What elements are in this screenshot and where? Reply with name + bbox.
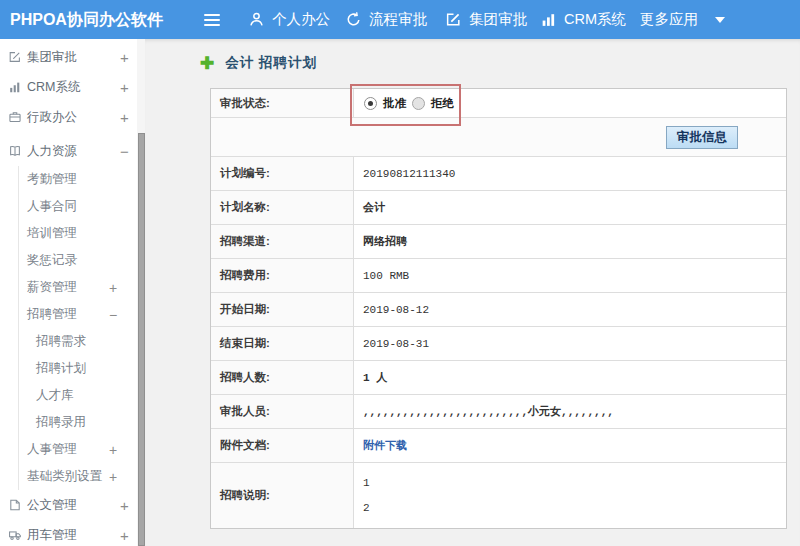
bar-chart-icon bbox=[540, 11, 557, 28]
bar-chart-icon bbox=[8, 80, 22, 94]
expand-icon[interactable]: + bbox=[120, 527, 129, 544]
row-end-date: 结束日期: 2019-08-31 bbox=[211, 327, 786, 361]
collapse-icon[interactable]: − bbox=[120, 143, 129, 160]
sidebar-item-crm[interactable]: CRM系统 + bbox=[0, 72, 145, 102]
sidebar-item-vehicle-mgmt[interactable]: 用车管理 + bbox=[0, 520, 145, 546]
process-approval-icon bbox=[345, 11, 362, 28]
sidebar-item-rewards[interactable]: 奖惩记录 bbox=[19, 247, 145, 274]
app-title: PHPOA协同办公软件 bbox=[10, 0, 163, 39]
sidebar: 集团审批 + CRM系统 + 行政办公 + 人力资源 − 考勤管理 人事合 bbox=[0, 39, 145, 546]
sidebar-item-recruit-plan[interactable]: 招聘计划 bbox=[19, 355, 145, 382]
row-recruit-channel: 招聘渠道: 网络招聘 bbox=[211, 225, 786, 259]
sidebar-item-salary[interactable]: 薪资管理+ bbox=[19, 274, 145, 301]
row-approvers: 审批人员: ,,,,,,,,,,,,,,,,,,,,,,,,,小元女,,,,,,… bbox=[211, 395, 786, 429]
briefcase-icon bbox=[8, 110, 22, 124]
row-start-date: 开始日期: 2019-08-12 bbox=[211, 293, 786, 327]
sidebar-item-admin-office[interactable]: 行政办公 + bbox=[0, 102, 145, 132]
menu-toggle-icon[interactable] bbox=[204, 14, 220, 26]
sidebar-scrollbar-track[interactable] bbox=[137, 39, 145, 546]
nav-process-approval[interactable]: 流程审批 bbox=[345, 0, 427, 39]
edit-square-icon bbox=[445, 11, 462, 28]
document-icon bbox=[8, 498, 22, 512]
expand-icon[interactable]: + bbox=[120, 49, 129, 66]
user-icon bbox=[248, 11, 265, 28]
page-title: ✚ 会计 招聘计划 bbox=[200, 54, 317, 72]
radio-reject[interactable] bbox=[412, 97, 425, 110]
sidebar-item-base-category[interactable]: 基础类别设置+ bbox=[19, 463, 145, 490]
row-recruit-description: 招聘说明: 1 2 bbox=[211, 463, 786, 528]
expand-icon[interactable]: + bbox=[109, 280, 117, 296]
expand-icon[interactable]: + bbox=[109, 442, 117, 458]
sidebar-item-document-mgmt[interactable]: 公文管理 + bbox=[0, 490, 145, 520]
sidebar-item-recruit-mgmt[interactable]: 招聘管理− bbox=[19, 301, 145, 328]
sidebar-item-attendance[interactable]: 考勤管理 bbox=[19, 166, 145, 193]
edit-square-icon bbox=[8, 50, 22, 64]
topbar: PHPOA协同办公软件 个人办公 流程审批 集团审批 CRM系统 更多应用 bbox=[0, 0, 800, 39]
nav-group-approval[interactable]: 集团审批 bbox=[445, 0, 527, 39]
row-plan-name: 计划名称: 会计 bbox=[211, 191, 786, 225]
row-recruit-cost: 招聘费用: 100 RMB bbox=[211, 259, 786, 293]
sidebar-item-group-approval[interactable]: 集团审批 + bbox=[0, 42, 145, 72]
attachment-download-link[interactable]: 附件下载 bbox=[363, 438, 407, 453]
nav-crm-system[interactable]: CRM系统 bbox=[540, 0, 626, 39]
expand-icon[interactable]: + bbox=[120, 109, 129, 126]
book-icon bbox=[8, 144, 22, 158]
plus-icon: ✚ bbox=[200, 55, 214, 72]
row-recruit-count: 招聘人数: 1 人 bbox=[211, 361, 786, 395]
sidebar-item-recruit-hire[interactable]: 招聘录用 bbox=[19, 409, 145, 436]
caret-down-icon bbox=[715, 17, 725, 23]
expand-icon[interactable]: + bbox=[120, 497, 129, 514]
expand-icon[interactable]: + bbox=[109, 469, 117, 485]
row-approval-info: 审批信息 bbox=[211, 118, 786, 157]
sidebar-item-talent-pool[interactable]: 人才库 bbox=[19, 382, 145, 409]
truck-icon bbox=[8, 528, 22, 542]
collapse-icon[interactable]: − bbox=[109, 307, 117, 323]
nav-more-apps[interactable]: 更多应用 bbox=[640, 0, 725, 39]
sidebar-item-recruit-demand[interactable]: 招聘需求 bbox=[19, 328, 145, 355]
sidebar-item-personnel-mgmt[interactable]: 人事管理+ bbox=[19, 436, 145, 463]
sidebar-scrollbar-thumb[interactable] bbox=[138, 133, 145, 546]
sidebar-item-hr-contract[interactable]: 人事合同 bbox=[19, 193, 145, 220]
row-plan-number: 计划编号: 20190812111340 bbox=[211, 157, 786, 191]
main-content: ✚ 会计 招聘计划 审批状态: 批准 拒绝 审批信息 计划编号: 2019081… bbox=[145, 39, 800, 546]
recruit-plan-form: 审批状态: 批准 拒绝 审批信息 计划编号: 20190812111340 计划… bbox=[210, 88, 787, 529]
expand-icon[interactable]: + bbox=[120, 79, 129, 96]
nav-personal-office[interactable]: 个人办公 bbox=[248, 0, 330, 39]
row-approval-status: 审批状态: 批准 拒绝 bbox=[211, 89, 786, 118]
sidebar-item-hr[interactable]: 人力资源 − bbox=[0, 136, 145, 166]
row-attachment: 附件文档: 附件下载 bbox=[211, 429, 786, 463]
radio-approve[interactable] bbox=[364, 97, 377, 110]
approval-info-button[interactable]: 审批信息 bbox=[666, 126, 738, 149]
sidebar-item-training[interactable]: 培训管理 bbox=[19, 220, 145, 247]
